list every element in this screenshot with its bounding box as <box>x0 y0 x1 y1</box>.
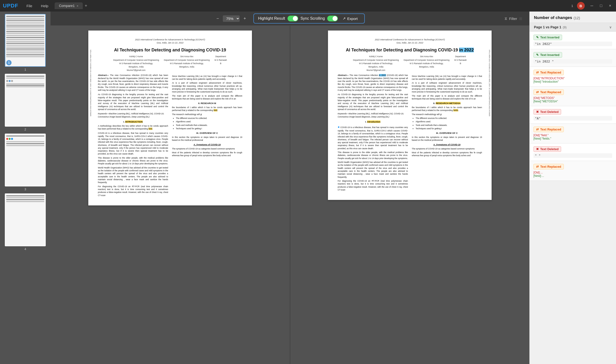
change-value-1: "in 2022" <box>533 41 612 46</box>
highlight-label: Highlight Result <box>258 16 285 21</box>
pdf-header-left: 2022 International Conference for Advanc… <box>98 38 242 44</box>
close-button[interactable]: × <box>607 3 613 8</box>
zoom-select[interactable]: 75% 100% 125% 150% <box>223 15 240 22</box>
change-new-3: [New]:"fields." <box>533 137 551 140</box>
change-label-1: Text Inserted <box>540 36 560 39</box>
pdf-page-left: 978-1-6654-2517-3/22/$31.00 ©2022 IEEE |… <box>88 30 252 206</box>
tab-title: Compare1 <box>59 4 75 8</box>
menu-file[interactable]: File <box>24 3 35 9</box>
sync-toggle-knob <box>333 16 337 21</box>
filter-button[interactable]: ⧖ Filter <box>504 16 517 21</box>
change-badge-deleted-1: ✖ Text Deleted <box>533 109 561 115</box>
pdf-authors-left: Kshitij C Kurne Department of Computer S… <box>98 55 242 72</box>
change-item-7: ✖ Text Deleted " " <box>530 143 616 161</box>
zoom-out-button[interactable]: − <box>215 16 221 22</box>
tab-add-icon[interactable]: + <box>83 2 89 9</box>
pdf-doc-left: 978-1-6654-2517-3/22/$31.00 ©2022 IEEE |… <box>51 26 290 364</box>
zoom-in-button[interactable]: + <box>242 16 248 22</box>
pdf-title-right: AI Techniques for Detecting and Diagnosi… <box>338 47 482 53</box>
change-badge-inserted-1: ✎ Text Inserted <box>533 35 562 40</box>
tab-compare1[interactable]: Compare1 × <box>55 2 83 9</box>
filter-label: Filter <box>509 17 517 21</box>
highlight-toggle-knob <box>293 16 298 21</box>
change-new-2: [New]:"METODSA" <box>533 100 558 103</box>
change-badge-inserted-2: ✎ Text Inserted <box>533 52 562 58</box>
window-controls: ─ □ × <box>588 3 613 8</box>
pdf-title-left: AI Techniques for Detecting and Diagnosi… <box>98 47 242 53</box>
change-old-new-3: [Old]:"field." [New]:"fields." <box>533 134 612 140</box>
main-area: 1 1 <box>0 12 616 364</box>
replaced-icon-4: ⇄ <box>536 165 539 169</box>
change-badge-replaced-2: ⇄ Text Replaced <box>533 89 564 95</box>
pdf-body-left: Abstract— The new Coronavirus infection … <box>98 74 242 198</box>
change-value-5: "A" <box>533 116 612 121</box>
pdf-documents: 978-1-6654-2517-3/22/$31.00 ©2022 IEEE |… <box>51 26 529 364</box>
thumb-image-4 <box>5 194 46 246</box>
thumb-num-4: 4 <box>24 247 26 251</box>
thumbnail-4[interactable]: 4 <box>1 194 49 251</box>
panel-header: Number of changes (12) <box>530 12 616 23</box>
toolbar: − 75% 100% 125% 150% + Highlight Result … <box>51 12 529 26</box>
thumb-image-2 <box>5 74 46 127</box>
thumb-num-3: 3 <box>24 187 26 191</box>
pdf-area: − 75% 100% 125% 150% + Highlight Result … <box>51 12 529 364</box>
change-item-4: ⇄ Text Replaced [Old]:"METODS" [New]:"ME… <box>530 87 616 106</box>
changes-list: ✎ Text Inserted "in 2022" ✎ Text Inserte… <box>530 32 616 364</box>
zoom-controls: − 75% 100% 125% 150% + <box>215 15 248 22</box>
tab-close-icon[interactable]: × <box>77 4 78 8</box>
export-label: Export <box>347 17 358 21</box>
change-badge-replaced-4: ⇄ Text Replaced <box>533 164 564 169</box>
change-old-1: [Old]:"INTRODUCTION" <box>533 77 564 80</box>
thumbnail-1[interactable]: 1 1 <box>1 14 49 71</box>
replaced-icon-3: ⇄ <box>536 128 539 131</box>
replaced-icon-2: ⇄ <box>536 90 539 94</box>
change-label-3: Text Replaced <box>540 71 561 74</box>
change-item-8: ⇄ Text Replaced [Old]:... [New]:... <box>530 161 616 181</box>
pdf-body-right: Abstract— The new Coronavirus infection … <box>338 74 482 192</box>
maximize-button[interactable]: □ <box>598 3 604 8</box>
right-panel: Number of changes (12) Page 1 vs Page 1 … <box>529 12 616 364</box>
thumb-image-1: 1 <box>5 14 46 67</box>
change-badge-deleted-2: ✖ Text Deleted <box>533 146 561 152</box>
change-label-5: Text Deleted <box>540 110 559 114</box>
doi-left: 978-1-6654-2517-3/22/$31.00 ©2022 IEEE |… <box>89 50 92 116</box>
thumbnail-2[interactable]: 2 <box>1 74 49 131</box>
chevron-down-icon: ∨ <box>609 25 612 29</box>
inserted-icon-1: ✎ <box>536 36 539 39</box>
sync-label: Sync Scrolling <box>301 16 325 21</box>
change-item-2: ✎ Text Inserted "in 2022 " <box>530 49 616 67</box>
pdf-doc-right: 978-1-6654-2517-3/22/$31.00 ©2022 IEEE |… <box>290 26 530 364</box>
inserted-icon-2: ✎ <box>536 53 539 57</box>
change-value-7: " " <box>533 153 612 158</box>
export-icon: ↗ <box>343 16 346 21</box>
tab-bar: Compare1 × + <box>55 2 567 9</box>
change-label-4: Text Replaced <box>540 90 561 94</box>
window-count: 1 <box>571 4 573 8</box>
change-item-1: ✎ Text Inserted "in 2022" <box>530 32 616 49</box>
panel-count: (12) <box>574 16 580 20</box>
change-label-6: Text Replaced <box>540 128 561 131</box>
change-old-4: [Old]:... <box>533 171 543 174</box>
layout-icon[interactable]: ⊞ <box>519 16 522 21</box>
change-badge-replaced-3: ⇄ Text Replaced <box>533 127 564 132</box>
change-old-3: [Old]:"field." <box>533 134 549 137</box>
change-new-4: [New]:... <box>533 174 544 178</box>
change-new-1: [New]:"Introduction" <box>533 80 559 83</box>
minimize-button[interactable]: ─ <box>588 3 595 8</box>
highlight-toggle[interactable] <box>288 16 298 21</box>
replaced-icon-1: ⇄ <box>536 71 539 74</box>
menu-help[interactable]: Help <box>39 3 51 9</box>
thumbnail-3[interactable]: 3 <box>1 134 49 191</box>
doi-right: 978-1-6654-2517-3/22/$31.00 ©2022 IEEE |… <box>488 50 491 116</box>
page-compare-header[interactable]: Page 1 vs Page 1 (9) ∨ <box>530 23 616 32</box>
change-value-2: "in 2022 " <box>533 59 612 64</box>
change-item-3: ⇄ Text Replaced [Old]:"INTRODUCTION" [Ne… <box>530 67 616 87</box>
change-old-new-2: [Old]:"METODS" [New]:"METODSA" <box>533 96 612 103</box>
pdf-authors-right: Kshitij C Kurne Department of Computer S… <box>338 55 482 72</box>
pdf-header-right: 2022 International Conference for Advanc… <box>338 38 482 44</box>
export-button[interactable]: ↗ Export <box>340 15 360 22</box>
sync-toggle[interactable] <box>327 16 338 21</box>
change-old-new-1: [Old]:"INTRODUCTION" [New]:"Introduction… <box>533 77 612 83</box>
title-bar: UPDF File Help Compare1 × + 1 B ─ □ × <box>0 0 616 12</box>
change-badge-replaced-1: ⇄ Text Replaced <box>533 70 564 75</box>
